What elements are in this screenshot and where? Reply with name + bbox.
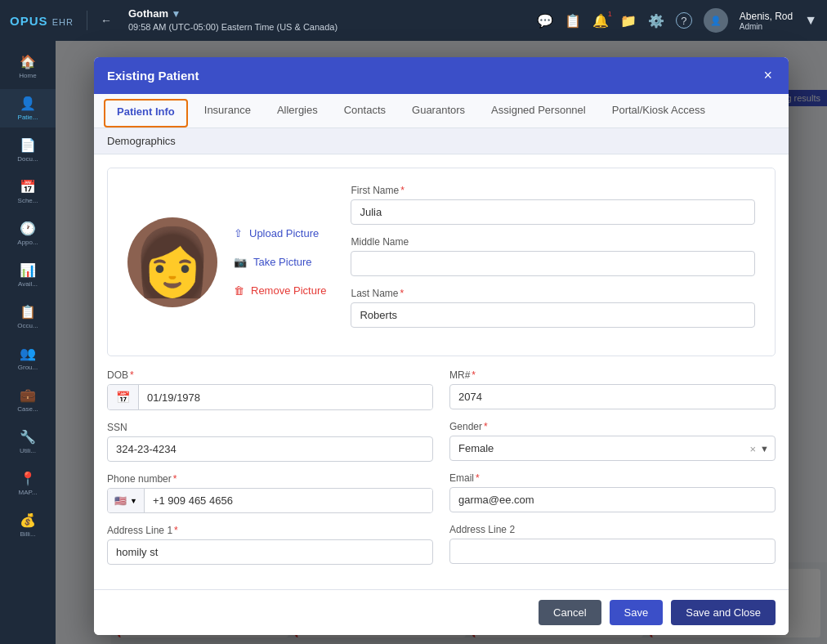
dob-input[interactable] xyxy=(139,386,432,409)
sidebar-item-appointments[interactable]: 🕐 Appo... xyxy=(0,214,56,253)
email-group: Email* xyxy=(449,472,776,512)
gender-label: Gender* xyxy=(449,421,776,432)
save-button[interactable]: Save xyxy=(610,600,664,625)
utilities-icon: 🔧 xyxy=(20,429,36,445)
patients-icon: 👤 xyxy=(20,96,36,111)
sidebar-item-patients[interactable]: 👤 Patie... xyxy=(0,89,56,127)
availability-icon: 📊 xyxy=(20,262,36,278)
ssn-label: SSN xyxy=(107,422,433,433)
notifications-icon[interactable]: 🔔1 xyxy=(592,13,609,29)
middle-name-group: Middle Name xyxy=(351,236,755,276)
last-name-group: Last Name* xyxy=(351,288,755,328)
ssn-input[interactable] xyxy=(107,436,433,462)
user-avatar: 👤 xyxy=(704,8,728,33)
existing-patient-modal: Existing Patient × Patient Info Insuranc… xyxy=(94,57,789,635)
phone-input[interactable] xyxy=(145,489,432,512)
last-name-input[interactable] xyxy=(351,302,755,328)
form-right-col: MR#* Gender* xyxy=(449,369,776,576)
us-flag-icon: 🇺🇸 xyxy=(114,495,127,507)
patient-photo: 👩 xyxy=(127,217,217,307)
docs-icon: 📄 xyxy=(20,137,36,153)
dob-input-row: 📅 xyxy=(107,384,433,410)
header-location: Gotham ▼ 09:58 AM (UTC-05:00) Eastern Ti… xyxy=(128,7,338,33)
sidebar-item-groups[interactable]: 👥 Grou... xyxy=(0,339,56,378)
photo-section: 👩 ⇧ Upload Picture 📷 Take Picture xyxy=(107,168,776,356)
tab-contacts[interactable]: Contacts xyxy=(331,94,399,127)
upload-picture-button[interactable]: ⇧ Upload Picture xyxy=(234,224,326,243)
address2-label: Address Line 2 xyxy=(449,524,776,535)
email-input[interactable] xyxy=(449,487,776,512)
dob-label: DOB* xyxy=(107,369,433,381)
modal-footer: Cancel Save Save and Close xyxy=(94,589,789,635)
app-logo: OPUS EHR xyxy=(10,14,74,28)
address1-label: Address Line 1* xyxy=(107,525,433,536)
cancel-button[interactable]: Cancel xyxy=(539,600,601,625)
files-icon[interactable]: 📁 xyxy=(620,13,637,29)
sidebar-item-home[interactable]: 🏠 Home xyxy=(0,47,56,86)
occupancy-icon: 📋 xyxy=(20,304,36,320)
gender-clear-icon[interactable]: × xyxy=(749,442,756,454)
clipboard-icon[interactable]: 📋 xyxy=(565,13,581,29)
middle-name-label: Middle Name xyxy=(351,236,755,248)
modal-tabs: Patient Info Insurance Allergies Contact… xyxy=(94,94,789,128)
modal-title: Existing Patient xyxy=(107,69,199,83)
help-icon[interactable]: ? xyxy=(676,12,692,29)
form-area: 👩 ⇧ Upload Picture 📷 Take Picture xyxy=(94,154,789,589)
modal-close-button[interactable]: × xyxy=(760,67,776,84)
phone-flag-selector[interactable]: 🇺🇸 ▼ xyxy=(108,489,145,512)
user-info: Abenis, Rod Admin xyxy=(740,11,793,31)
sidebar-item-map[interactable]: 📍 MAP... xyxy=(0,464,56,503)
gender-chevron-icon: ▼ xyxy=(760,444,769,454)
tab-insurance[interactable]: Insurance xyxy=(191,94,264,127)
back-btn[interactable]: ← xyxy=(101,14,112,27)
billing-icon: 💰 xyxy=(20,512,36,528)
sidebar-item-docs[interactable]: 📄 Docu... xyxy=(0,131,56,169)
middle-name-input[interactable] xyxy=(351,251,755,276)
take-picture-button[interactable]: 📷 Take Picture xyxy=(234,253,326,271)
address1-input[interactable] xyxy=(107,539,433,565)
user-menu-chevron[interactable]: ▼ xyxy=(804,13,817,28)
sidebar-item-schedule[interactable]: 📅 Sche... xyxy=(0,172,56,211)
tab-patient-info[interactable]: Patient Info xyxy=(104,99,188,127)
sidebar-item-occupancy[interactable]: 📋 Occu... xyxy=(0,297,56,336)
chat-icon[interactable]: 💬 xyxy=(537,13,553,29)
sidebar-item-availability[interactable]: 📊 Avail... xyxy=(0,256,56,294)
upload-icon: ⇧ xyxy=(234,227,243,239)
dob-group: DOB* 📅 xyxy=(107,369,433,410)
phone-group: Phone number* 🇺🇸 ▼ xyxy=(107,473,433,513)
address2-input[interactable] xyxy=(449,539,776,564)
header-icons: 💬 📋 🔔1 📁 ⚙️ ? 👤 Abenis, Rod Admin ▼ xyxy=(537,8,817,33)
first-name-input[interactable] xyxy=(351,199,755,225)
photo-actions: ⇧ Upload Picture 📷 Take Picture 🗑 Remove… xyxy=(234,224,326,300)
remove-picture-button[interactable]: 🗑 Remove Picture xyxy=(234,281,326,300)
appointments-icon: 🕐 xyxy=(20,221,36,236)
address1-group: Address Line 1* xyxy=(107,525,433,565)
modal-body: Demographics 👩 ⇧ Upload Pictur xyxy=(94,128,789,589)
mr-input[interactable] xyxy=(449,384,776,409)
divider xyxy=(87,11,87,30)
gender-select[interactable]: Female Male Other xyxy=(449,436,776,461)
mr-label: MR#* xyxy=(449,369,776,381)
settings-icon[interactable]: ⚙️ xyxy=(648,13,664,29)
camera-icon: 📷 xyxy=(234,256,247,268)
mr-group: MR#* xyxy=(449,369,776,409)
cases-icon: 💼 xyxy=(20,387,36,403)
sidebar-item-cases[interactable]: 💼 Case... xyxy=(0,381,56,419)
top-header: OPUS EHR ← Gotham ▼ 09:58 AM (UTC-05:00)… xyxy=(0,0,827,41)
tab-guarantors[interactable]: Guarantors xyxy=(399,94,478,127)
gender-group: Gender* Female Male Other × ▼ xyxy=(449,421,776,461)
section-demographics: Demographics xyxy=(94,128,789,154)
tab-portal-kiosk[interactable]: Portal/Kiosk Access xyxy=(599,94,718,127)
phone-label: Phone number* xyxy=(107,473,433,485)
tab-assigned-personnel[interactable]: Assigned Personnel xyxy=(478,94,599,127)
save-and-close-button[interactable]: Save and Close xyxy=(671,600,776,625)
groups-icon: 👥 xyxy=(20,346,36,361)
sidebar-item-billing[interactable]: 💰 Billi... xyxy=(0,506,56,544)
home-icon: 🏠 xyxy=(20,54,36,69)
email-label: Email* xyxy=(449,472,776,484)
sidebar-item-utilities[interactable]: 🔧 Utili... xyxy=(0,423,56,461)
map-icon: 📍 xyxy=(20,471,36,486)
name-fields: First Name* Middle Name Last Name* xyxy=(351,185,755,339)
form-fields-grid: DOB* 📅 SSN xyxy=(107,369,776,576)
tab-allergies[interactable]: Allergies xyxy=(264,94,331,127)
